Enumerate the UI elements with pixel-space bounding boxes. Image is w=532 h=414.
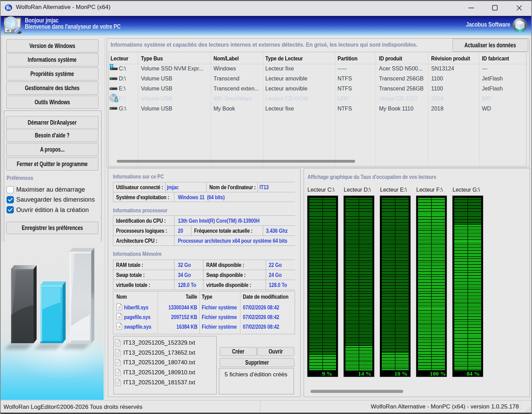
svg-text:⚙: ⚙ [118, 325, 121, 329]
svg-text:⚙: ⚙ [118, 306, 121, 309]
svg-text:⚙: ⚙ [118, 316, 121, 319]
